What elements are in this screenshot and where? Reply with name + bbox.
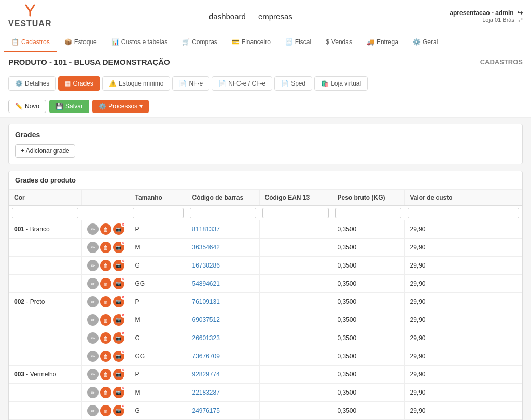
tab-fiscal[interactable]: 🧾 Fiscal	[278, 33, 318, 52]
camera-btn[interactable]: 📷	[113, 351, 124, 362]
tab-entrega[interactable]: 🚚 Entrega	[359, 33, 406, 52]
delete-btn[interactable]: 🗑	[100, 296, 111, 307]
delete-btn[interactable]: 🗑	[100, 387, 111, 398]
delete-btn[interactable]: 🗑	[100, 369, 111, 380]
edit-btn[interactable]: ✏	[87, 405, 99, 416]
col-ean: Código EAN 13	[259, 190, 332, 206]
cell-ean	[259, 275, 332, 293]
cell-tamanho: G	[130, 257, 187, 275]
subtab-estoque-minimo[interactable]: ⚠️ Estoque mínimo	[102, 76, 171, 91]
camera-btn[interactable]: 📷	[113, 296, 124, 307]
camera-btn[interactable]: 📷	[113, 332, 124, 344]
save-icon: 💾	[55, 103, 63, 110]
nav-empresas[interactable]: empresas	[258, 12, 292, 21]
edit-btn[interactable]: ✏	[87, 369, 99, 380]
filter-peso-input[interactable]	[335, 208, 401, 218]
edit-btn[interactable]: ✏	[87, 223, 99, 235]
subtab-nfe[interactable]: 📄 NF-e	[172, 76, 209, 91]
cell-barras: 16730286	[187, 257, 259, 275]
delete-btn[interactable]: 🗑	[100, 314, 111, 326]
cell-actions: ✏ 🗑 📷	[81, 329, 130, 347]
salvar-button[interactable]: 💾 Salvar	[49, 100, 89, 113]
camera-btn[interactable]: 📷	[113, 405, 124, 416]
subtab-grades[interactable]: ▦ Grades	[58, 76, 100, 91]
delete-btn[interactable]: 🗑	[100, 278, 111, 289]
cell-actions: ✏ 🗑 📷	[81, 311, 130, 329]
nfce-icon: 📄	[218, 80, 226, 87]
grades-table: Cor Tamanho Código de barras Código EAN …	[9, 190, 522, 420]
subtab-detalhes[interactable]: ⚙️ Detalhes	[8, 76, 56, 91]
filter-cor	[9, 206, 81, 221]
camera-btn[interactable]: 📷	[113, 387, 124, 398]
cell-ean	[259, 257, 332, 275]
delete-btn[interactable]: 🗑	[100, 223, 111, 235]
logout-icon[interactable]: ↪	[518, 9, 523, 17]
filter-barras-input[interactable]	[190, 208, 256, 218]
edit-btn[interactable]: ✏	[87, 314, 99, 326]
tab-financeiro[interactable]: 💳 Financeiro	[225, 33, 278, 52]
cell-peso: 0,3500	[332, 220, 404, 239]
tab-vendas[interactable]: $ Vendas	[318, 33, 359, 52]
cell-tamanho: GG	[130, 347, 187, 366]
tab-compras[interactable]: 🛒 Compras	[175, 33, 225, 52]
top-header: VESTUAR dashboard empresas apresentacao …	[0, 0, 531, 33]
tab-custos[interactable]: 📊 Custos e tabelas	[104, 33, 175, 52]
delete-btn[interactable]: 🗑	[100, 351, 111, 362]
add-grade-button[interactable]: + Adicionar grade	[15, 144, 75, 158]
cell-actions: ✏ 🗑 📷	[81, 384, 130, 402]
processos-button[interactable]: ⚙️ Processos ▾	[92, 100, 149, 113]
cell-custo: 29,90	[404, 366, 522, 384]
filter-tamanho-input[interactable]	[133, 208, 184, 218]
col-barras: Código de barras	[187, 190, 259, 206]
col-cor: Cor	[9, 190, 81, 206]
novo-button[interactable]: ✏️ Novo	[8, 100, 46, 113]
store-icon[interactable]: ⇄	[518, 17, 523, 23]
edit-btn[interactable]: ✏	[87, 351, 99, 362]
edit-btn[interactable]: ✏	[87, 260, 99, 271]
delete-btn[interactable]: 🗑	[100, 405, 111, 416]
tab-cadastros[interactable]: 📋 Cadastros	[4, 33, 57, 52]
camera-btn[interactable]: 📷	[113, 369, 124, 380]
tab-geral[interactable]: ⚙️ Geral	[406, 33, 445, 52]
user-store: Loja 01 Brás ⇄	[450, 17, 523, 23]
grades-title: Grades	[15, 131, 516, 139]
cell-ean	[259, 220, 332, 239]
delete-btn[interactable]: 🗑	[100, 332, 111, 344]
delete-btn[interactable]: 🗑	[100, 260, 111, 271]
camera-btn[interactable]: 📷	[113, 260, 124, 271]
filter-cor-input[interactable]	[12, 208, 78, 218]
camera-btn[interactable]: 📷	[113, 278, 124, 289]
camera-btn[interactable]: 📷	[113, 242, 124, 253]
delete-btn[interactable]: 🗑	[100, 242, 111, 253]
cell-cor	[9, 402, 81, 420]
cell-barras: 69037512	[187, 311, 259, 329]
cell-ean	[259, 311, 332, 329]
edit-btn[interactable]: ✏	[87, 242, 99, 253]
edit-btn[interactable]: ✏	[87, 296, 99, 307]
content-area: Grades + Adicionar grade Grades do produ…	[0, 118, 531, 420]
camera-btn[interactable]: 📷	[113, 223, 124, 235]
subtab-nfce[interactable]: 📄 NFC-e / CF-e	[212, 76, 272, 91]
edit-btn[interactable]: ✏	[87, 387, 99, 398]
tab-estoque[interactable]: 📦 Estoque	[57, 33, 104, 52]
filter-barras	[187, 206, 259, 221]
cell-peso: 0,3500	[332, 311, 404, 329]
table-row: 001 - Branco ✏ 🗑 📷 P811813370,350029,90	[9, 220, 522, 239]
cell-custo: 29,90	[404, 293, 522, 311]
cell-custo: 29,90	[404, 275, 522, 293]
filter-custo-input[interactable]	[408, 208, 519, 218]
cell-barras: 24976175	[187, 402, 259, 420]
filter-ean-input[interactable]	[262, 208, 329, 218]
camera-btn[interactable]: 📷	[113, 314, 124, 326]
cell-actions: ✏ 🗑 📷	[81, 220, 130, 239]
subtab-loja-virtual[interactable]: 🛍️ Loja virtual	[314, 76, 368, 91]
edit-btn[interactable]: ✏	[87, 278, 99, 289]
nav-dashboard[interactable]: dashboard	[209, 12, 246, 21]
subtab-sped[interactable]: 📄 Sped	[274, 76, 312, 91]
filter-custo	[404, 206, 522, 221]
table-row: ✏ 🗑 📷 G167302860,350029,90	[9, 257, 522, 275]
edit-btn[interactable]: ✏	[87, 332, 99, 344]
cell-tamanho: M	[130, 311, 187, 329]
cell-barras: 92829774	[187, 366, 259, 384]
cell-custo: 29,90	[404, 311, 522, 329]
